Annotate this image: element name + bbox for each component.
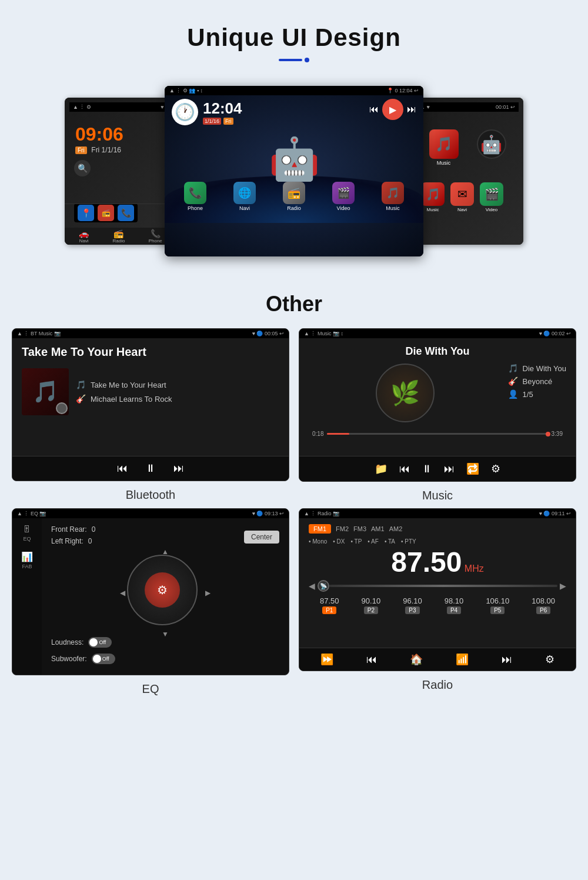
- music-track-num: 1/5: [523, 390, 533, 399]
- right-video-icon[interactable]: 🎬 Video: [480, 182, 503, 212]
- app-phone[interactable]: 📞 Phone: [184, 182, 206, 211]
- tuner-left-btn[interactable]: ◀: [309, 581, 315, 591]
- play-btn[interactable]: ▶: [382, 99, 403, 120]
- loudness-label: Loudness:: [51, 638, 83, 646]
- dial-inner: ⚙: [145, 572, 180, 608]
- preset-3-freq: 96.10: [403, 596, 422, 605]
- app-video[interactable]: 🎬 Video: [332, 182, 355, 211]
- nav-radio[interactable]: 📻 Radio: [112, 229, 125, 244]
- radio-am1[interactable]: AM1: [371, 525, 385, 532]
- radio-signal-btn[interactable]: 📶: [456, 653, 469, 666]
- center-status-right: 📍 0 12:04 ↩: [387, 88, 419, 94]
- dial-left-arrow[interactable]: ◀: [120, 589, 125, 597]
- bt-pause-btn[interactable]: ⏸: [145, 462, 156, 475]
- loudness-value: Off: [99, 639, 106, 645]
- preset-5[interactable]: 106.10 P5: [486, 596, 509, 614]
- radio-presets: 87.50 P1 90.10 P2 96.10 P3 98.10: [309, 596, 566, 614]
- ui-design-section: ▲ ⋮ ⚙ ♥ 0 09:06 Fri Fri 1/1/16 🔍 📍 📻: [0, 74, 588, 280]
- preset-4[interactable]: 98.10 P4: [445, 596, 464, 614]
- tuner-bar[interactable]: [329, 585, 557, 587]
- left-screen: ▲ ⋮ ⚙ ♥ 0 09:06 Fri Fri 1/1/16 🔍 📍 📻: [65, 98, 176, 245]
- radio-fm3[interactable]: FM3: [353, 525, 366, 532]
- center-time-display: 12:04: [203, 99, 242, 118]
- screens-container: ▲ ⋮ ⚙ ♥ 0 09:06 Fri Fri 1/1/16 🔍 📍 📻: [18, 86, 570, 256]
- app-navi[interactable]: 🌐 Navi: [233, 182, 256, 211]
- eq-status-left: ▲ ⋮ EQ 📷: [17, 511, 46, 516]
- subwoofer-value: Off: [102, 656, 109, 662]
- preset-2[interactable]: 90.10 P2: [362, 596, 381, 614]
- bt-track-info: 🎵 Take Me to Your Heart 🎸 Michael Learns…: [76, 380, 172, 404]
- right-app-1[interactable]: 🎵 Music: [422, 129, 465, 166]
- radio-fast-forward-btn[interactable]: ⏩: [320, 653, 333, 666]
- radio-fm1-btn[interactable]: FM1: [309, 524, 331, 534]
- preset-1[interactable]: 87.50 P1: [320, 596, 339, 614]
- right-screen: ▲ ♥ 00:01 ↩ 🎵 Music 🤖 🎵 Music: [412, 98, 523, 245]
- next-track-btn[interactable]: ⏭: [407, 104, 416, 115]
- eq-tab-eq[interactable]: 🎚 EQ: [22, 524, 32, 542]
- right-music-icon[interactable]: 🎵 Music: [421, 182, 445, 212]
- dial-right-arrow[interactable]: ▶: [205, 589, 211, 597]
- center-main-area: 🤖 📞 Phone 🌐 Navi 📻 Radio: [165, 129, 423, 223]
- music-artist-row: 🎸 Beyoncé: [508, 376, 566, 386]
- music-repeat-btn[interactable]: 🔁: [466, 462, 479, 475]
- phone-icon[interactable]: 📞: [118, 205, 134, 221]
- eq-loudness-row: Loudness: Off: [51, 637, 279, 648]
- right-nav-icon[interactable]: ✉ Navi: [450, 182, 474, 212]
- music-folder-btn[interactable]: 📁: [375, 462, 387, 475]
- music-album-icon: 🌿: [390, 379, 420, 407]
- radio-next-btn[interactable]: ⏭: [502, 654, 512, 666]
- opt-pty: • PTY: [401, 538, 416, 545]
- bt-next-btn[interactable]: ⏭: [173, 462, 184, 475]
- radio-label: Radio: [422, 678, 453, 692]
- radio-menu-btn[interactable]: ⚙: [545, 653, 554, 666]
- tuner-right-btn[interactable]: ▶: [560, 581, 566, 591]
- radio-icon[interactable]: 📻: [98, 205, 114, 221]
- dial-down-arrow[interactable]: ▼: [162, 630, 169, 638]
- radio-unit: MHz: [465, 564, 484, 574]
- music-track-row: 🎵 Die With You: [508, 364, 566, 373]
- bt-album-art: 🎵: [22, 368, 69, 415]
- app-music[interactable]: 🎵 Music: [382, 182, 404, 211]
- page-title: Unique UI Design: [187, 24, 401, 52]
- eq-main: Front Rear: 0 Left Right: 0 Center: [42, 518, 289, 675]
- left-screen-content: ▲ ⋮ ⚙ ♥ 0 09:06 Fri Fri 1/1/16 🔍 📍 📻: [65, 98, 176, 245]
- preset-3[interactable]: 96.10 P3: [403, 596, 422, 614]
- music-info-layout: 🌿 🎵 Die With You 🎸 Beyoncé: [309, 364, 566, 428]
- nav-phone[interactable]: 📞 Phone: [149, 229, 162, 244]
- bt-prev-btn[interactable]: ⏮: [117, 462, 128, 475]
- center-btn[interactable]: Center: [244, 531, 279, 544]
- subwoofer-toggle[interactable]: Off: [92, 654, 115, 664]
- radio-prev-btn[interactable]: ⏮: [366, 654, 377, 666]
- radio-panel: ▲ ⋮ Radio 📷 ♥ 🔵 09:11 ↩ FM1 FM2 FM3 AM1 …: [299, 508, 576, 671]
- left-app-icons: 📍 📻 📞: [69, 200, 172, 226]
- eq-subwoofer-row: Subwoofer: Off: [51, 654, 279, 664]
- eq-status-bar: ▲ ⋮ EQ 📷 ♥ 🔵 09:13 ↩: [12, 509, 289, 518]
- radio-home-btn[interactable]: 🏠: [410, 653, 423, 666]
- radio-am2[interactable]: AM2: [389, 525, 403, 532]
- navi-icon[interactable]: 📍: [78, 205, 94, 221]
- album-art-icon: 🎵: [32, 379, 59, 404]
- nav-navi[interactable]: 🚗 Navi: [79, 229, 89, 244]
- other-section: ▲ ⋮ BT Music 📷 ♥ 🔵 00:05 ↩ Take Me To Yo…: [0, 328, 588, 725]
- music-progress-bar[interactable]: [327, 433, 547, 435]
- music-album-art: 🌿: [376, 364, 435, 422]
- bt-status-bar: ▲ ⋮ BT Music 📷 ♥ 🔵 00:05 ↩: [12, 329, 289, 338]
- radio-fm2[interactable]: FM2: [336, 525, 349, 532]
- right-app-2[interactable]: 🤖: [470, 129, 513, 166]
- eq-dial[interactable]: ⚙: [127, 555, 198, 625]
- eq-tab-fab[interactable]: 📊 FAB: [21, 551, 33, 569]
- music-next-btn[interactable]: ⏭: [444, 463, 455, 475]
- preset-6-freq: 108.00: [532, 596, 555, 605]
- app-radio[interactable]: 📻 Radio: [283, 182, 305, 211]
- music-prev-btn[interactable]: ⏮: [399, 463, 410, 475]
- opt-ta: • TA: [385, 538, 395, 545]
- android-robot: 🤖: [269, 135, 320, 183]
- header-divider: [187, 58, 401, 62]
- prev-track-btn[interactable]: ⏮: [369, 104, 379, 115]
- music-settings-btn[interactable]: ⚙: [491, 462, 500, 475]
- music-pause-btn[interactable]: ⏸: [422, 463, 432, 475]
- left-status-icons: ▲ ⋮ ⚙: [73, 104, 91, 110]
- dial-up-arrow[interactable]: ▲: [162, 548, 169, 556]
- loudness-toggle[interactable]: Off: [88, 637, 112, 648]
- preset-6[interactable]: 108.00 P6: [532, 596, 555, 614]
